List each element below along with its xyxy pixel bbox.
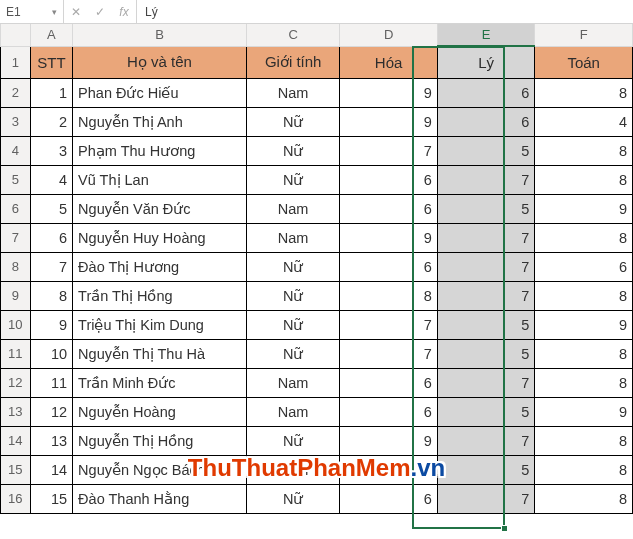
row-header[interactable]: 6: [1, 194, 31, 223]
cell[interactable]: 10: [30, 339, 72, 368]
row-header[interactable]: 15: [1, 455, 31, 484]
cell[interactable]: Đào Thị Hương: [73, 252, 247, 281]
cell[interactable]: Nguyễn Văn Đức: [73, 194, 247, 223]
cell[interactable]: 6: [535, 252, 633, 281]
cell[interactable]: Nữ: [246, 484, 339, 513]
cell[interactable]: 7: [437, 281, 535, 310]
cell[interactable]: 7: [340, 136, 438, 165]
cell[interactable]: 5: [437, 194, 535, 223]
row-header[interactable]: 1: [1, 46, 31, 78]
cell[interactable]: 5: [437, 397, 535, 426]
cell[interactable]: 8: [535, 455, 633, 484]
cell[interactable]: 13: [30, 426, 72, 455]
row-header[interactable]: 3: [1, 107, 31, 136]
cell[interactable]: 7: [437, 484, 535, 513]
cell[interactable]: Nguyễn Thị Thu Hà: [73, 339, 247, 368]
header-cell[interactable]: STT: [30, 46, 72, 78]
cell[interactable]: Phạm Thu Hương: [73, 136, 247, 165]
row-header[interactable]: 7: [1, 223, 31, 252]
cell[interactable]: 8: [535, 136, 633, 165]
cell[interactable]: 8: [535, 484, 633, 513]
cell[interactable]: 11: [30, 368, 72, 397]
cell[interactable]: 7: [437, 426, 535, 455]
col-header-C[interactable]: C: [246, 24, 339, 46]
cell[interactable]: 6: [340, 194, 438, 223]
cell[interactable]: Nam: [246, 78, 339, 107]
name-box-dropdown-icon[interactable]: ▾: [52, 7, 57, 17]
cell[interactable]: Nữ: [246, 310, 339, 339]
cell[interactable]: Trần Thị Hồng: [73, 281, 247, 310]
col-header-B[interactable]: B: [73, 24, 247, 46]
cell[interactable]: 14: [30, 455, 72, 484]
cell[interactable]: 9: [535, 194, 633, 223]
cell[interactable]: 8: [535, 165, 633, 194]
cell[interactable]: 15: [30, 484, 72, 513]
col-header-A[interactable]: A: [30, 24, 72, 46]
cell[interactable]: Vũ Thị Lan: [73, 165, 247, 194]
cell[interactable]: 8: [30, 281, 72, 310]
row-header[interactable]: 16: [1, 484, 31, 513]
cell[interactable]: 9: [535, 310, 633, 339]
cell[interactable]: Nam: [246, 455, 339, 484]
cell[interactable]: 6: [30, 223, 72, 252]
cell[interactable]: Nữ: [246, 107, 339, 136]
row-header[interactable]: 9: [1, 281, 31, 310]
cell[interactable]: 6: [340, 368, 438, 397]
cell[interactable]: 5: [30, 194, 72, 223]
fill-handle[interactable]: [501, 525, 508, 532]
header-cell[interactable]: Toán: [535, 46, 633, 78]
cell[interactable]: Nữ: [246, 252, 339, 281]
header-cell[interactable]: Lý: [437, 46, 535, 78]
cell[interactable]: Nguyễn Thị Hồng: [73, 426, 247, 455]
cell[interactable]: Trần Minh Đức: [73, 368, 247, 397]
row-header[interactable]: 5: [1, 165, 31, 194]
cell[interactable]: 6: [437, 78, 535, 107]
cell[interactable]: 3: [30, 136, 72, 165]
cell[interactable]: Nữ: [246, 165, 339, 194]
cell[interactable]: 12: [30, 397, 72, 426]
cell[interactable]: Triệu Thị Kim Dung: [73, 310, 247, 339]
cell[interactable]: 5: [437, 339, 535, 368]
cell[interactable]: Nữ: [246, 136, 339, 165]
cell[interactable]: Nguyễn Ngọc Bách: [73, 455, 247, 484]
col-header-F[interactable]: F: [535, 24, 633, 46]
cell[interactable]: 6: [340, 252, 438, 281]
cell[interactable]: 7: [340, 310, 438, 339]
cell[interactable]: 5: [437, 136, 535, 165]
row-header[interactable]: 14: [1, 426, 31, 455]
cell[interactable]: 2: [30, 107, 72, 136]
cell[interactable]: Nam: [246, 397, 339, 426]
cell[interactable]: 8: [535, 368, 633, 397]
cell[interactable]: 9: [340, 223, 438, 252]
cell[interactable]: 6: [340, 397, 438, 426]
row-header[interactable]: 2: [1, 78, 31, 107]
name-box[interactable]: E1 ▾: [0, 0, 64, 23]
cell[interactable]: 6: [340, 165, 438, 194]
cell[interactable]: 4: [30, 165, 72, 194]
cell[interactable]: 9: [340, 107, 438, 136]
cell[interactable]: 8: [535, 426, 633, 455]
cell[interactable]: Nguyễn Hoàng: [73, 397, 247, 426]
row-header[interactable]: 13: [1, 397, 31, 426]
row-header[interactable]: 10: [1, 310, 31, 339]
cell[interactable]: Nguyễn Huy Hoàng: [73, 223, 247, 252]
cell[interactable]: 7: [437, 368, 535, 397]
cell[interactable]: 9: [535, 397, 633, 426]
col-header-E[interactable]: E: [437, 24, 535, 46]
cell[interactable]: 8: [340, 281, 438, 310]
cell[interactable]: 9: [30, 310, 72, 339]
cell[interactable]: Nữ: [246, 281, 339, 310]
cell[interactable]: 8: [535, 339, 633, 368]
cell[interactable]: Nam: [246, 368, 339, 397]
cell[interactable]: Nam: [246, 194, 339, 223]
cell[interactable]: Nam: [246, 223, 339, 252]
cell[interactable]: Đào Thanh Hằng: [73, 484, 247, 513]
select-all-corner[interactable]: [1, 24, 31, 46]
cell[interactable]: 6: [340, 484, 438, 513]
header-cell[interactable]: Họ và tên: [73, 46, 247, 78]
cell[interactable]: 7: [437, 165, 535, 194]
cell[interactable]: 6: [437, 107, 535, 136]
row-header[interactable]: 12: [1, 368, 31, 397]
cell[interactable]: Phan Đức Hiếu: [73, 78, 247, 107]
cell[interactable]: 9: [340, 78, 438, 107]
